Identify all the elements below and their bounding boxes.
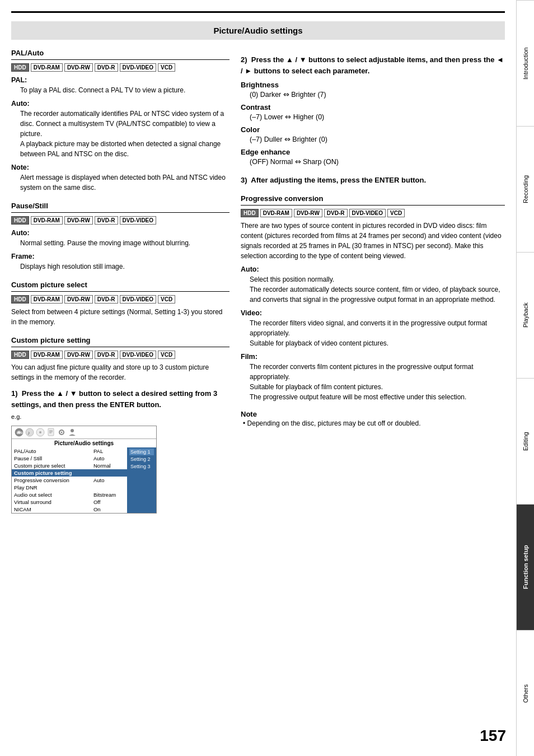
tab-others[interactable]: Others (517, 630, 534, 756)
setting3: Setting 3 (129, 463, 154, 470)
badge-dvd-ram-2: DVD-RAM (31, 216, 63, 225)
edge-label: Edge enhance (241, 148, 505, 156)
contrast-label: Contrast (241, 103, 505, 111)
badge-hdd-prog: HDD (241, 209, 259, 217)
page-number: 157 (480, 727, 506, 745)
tab-function-setup[interactable]: Function setup (517, 504, 534, 630)
prog-film-label: Film: (241, 353, 505, 361)
svg-point-14 (71, 429, 74, 432)
tab-bar: Introduction Recording Playback Editing … (516, 0, 534, 756)
param-color: Color (–7) Duller ⇔ Brighter (0) (241, 125, 505, 143)
badge-dvd-r-2: DVD-R (95, 216, 118, 225)
dvd-icon: DVD (15, 428, 24, 437)
step1-heading: 1) Press the ▲ / ▼ button to select a de… (11, 388, 229, 410)
prog-auto-text: Select this position normally.The record… (241, 274, 505, 305)
section-progressive-conversion: Progressive conversion HDD DVD-RAM DVD-R… (241, 194, 505, 428)
param-edge: Edge enhance (OFF) Normal ⇔ Sharp (ON) (241, 148, 505, 166)
setting1: Setting 1 (129, 449, 154, 455)
frame-text: Displays high resolution still image. (11, 262, 229, 272)
ss-cell-label: Audio out select (12, 491, 91, 498)
prog-video-text: The recorder filters video signal, and c… (241, 318, 505, 348)
ss-cell-label: Progressive conversion (12, 477, 91, 484)
badge-dvd-r-4: DVD-R (95, 351, 118, 359)
badge-hdd-2: HDD (11, 216, 29, 225)
edge-value: (OFF) Normal ⇔ Sharp (ON) (241, 157, 505, 166)
step2-heading: 2) Press the ▲ / ▼ buttons to select adj… (241, 54, 505, 76)
screenshot-box: DVD ♪ (11, 426, 157, 514)
tab-introduction[interactable]: Introduction (517, 0, 534, 126)
section-heading-cpsetting: Custom picture setting (11, 336, 229, 344)
badge-dvd-r-3: DVD-R (95, 295, 118, 304)
badge-hdd-3: HDD (11, 295, 29, 304)
ss-cell-label: Virtual surround (12, 498, 91, 506)
section-custom-picture-select: Custom picture select HDD DVD-RAM DVD-RW… (11, 281, 229, 327)
frame-label: Frame: (11, 253, 229, 260)
badge-dvd-rw-4: DVD-RW (64, 351, 93, 359)
ss-row-3: Custom picture select Normal (12, 462, 127, 469)
badges-prog: HDD DVD-RAM DVD-RW DVD-R DVD-VIDEO VCD (241, 209, 505, 217)
tab-recording[interactable]: Recording (517, 126, 534, 252)
contrast-value: (–7) Lower ⇔ Higher (0) (241, 113, 505, 121)
badge-dvd-rw-3: DVD-RW (64, 295, 93, 304)
ss-right-panel: Setting 1 Setting 2 Setting 3 (127, 447, 156, 513)
tab-editing[interactable]: Editing (517, 378, 534, 504)
badge-dvd-rw: DVD-RW (64, 63, 93, 72)
section-custom-picture-setting: Custom picture setting HDD DVD-RAM DVD-R… (11, 336, 229, 514)
prog-film-text: The recorder converts film content pictu… (241, 362, 505, 402)
step3-container: 3) After adjusting the items, press the … (241, 176, 505, 184)
tab-playback[interactable]: Playback (517, 252, 534, 378)
page-title: Picture/Audio settings (11, 21, 505, 40)
ss-row-6: Play DNR (12, 484, 127, 491)
note-text: Alert message is displayed when detected… (11, 172, 229, 193)
badge-dvd-ram: DVD-RAM (31, 63, 63, 72)
ss-row-2: Pause / Still Auto (12, 455, 127, 462)
badge-dvd-rw-2: DVD-RW (64, 216, 93, 225)
pal-text: To play a PAL disc. Connect a PAL TV to … (11, 85, 229, 95)
badge-dvd-video: DVD-VIDEO (120, 63, 157, 72)
brightness-label: Brightness (241, 81, 505, 89)
badge-dvd-r-prog: DVD-R (324, 209, 348, 217)
svg-point-7 (39, 431, 41, 433)
badge-dvd-ram-prog: DVD-RAM (260, 209, 292, 217)
badge-vcd-prog: VCD (387, 209, 405, 217)
svg-rect-8 (48, 428, 54, 436)
svg-text:♪: ♪ (27, 430, 30, 436)
music-icon: ♪ (25, 428, 34, 437)
section-heading-pause-still: Pause/Still (11, 202, 229, 210)
section-pause-still: Pause/Still HDD DVD-RAM DVD-RW DVD-R DVD… (11, 202, 229, 272)
badge-dvd-r: DVD-R (95, 63, 118, 72)
ss-cell-val: Normal (91, 462, 127, 469)
badge-vcd-4: VCD (158, 351, 175, 359)
ss-cell-val: On (91, 506, 127, 513)
gear-icon (57, 428, 66, 437)
badge-dvd-ram-4: DVD-RAM (31, 351, 63, 359)
pal-label: PAL: (11, 76, 229, 84)
svg-text:DVD: DVD (17, 431, 23, 435)
section-heading-pal-auto: PAL/Auto (11, 49, 229, 57)
badges-cpsetting: HDD DVD-RAM DVD-RW DVD-R DVD-VIDEO VCD (11, 351, 229, 359)
note-heading: Note (241, 410, 505, 418)
cps-text: Select from between 4 picture settings (… (11, 307, 229, 327)
ss-row-7: Audio out select Bitstream (12, 491, 127, 498)
step2-container: 2) Press the ▲ / ▼ buttons to select adj… (241, 54, 505, 166)
badge-dvd-ram-3: DVD-RAM (31, 295, 63, 304)
ss-cell-val: Auto (91, 455, 127, 462)
ss-row-1: PAL/Auto PAL (12, 447, 127, 455)
disc2-icon (36, 428, 45, 437)
ps-auto-text: Normal setting. Pause the moving image w… (11, 238, 229, 248)
cpsetting-text: You can adjust fine picture quality and … (11, 362, 229, 382)
auto-text: The recorder automatically identifies PA… (11, 109, 229, 159)
ss-cell-label: PAL/Auto (12, 447, 91, 455)
note-text-prog: • Depending on the disc, pictures may be… (241, 418, 505, 428)
param-contrast: Contrast (–7) Lower ⇔ Higher (0) (241, 103, 505, 121)
ss-table: PAL/Auto PAL Pause / Still Auto Custom p… (12, 447, 127, 513)
divider-cps (11, 291, 229, 292)
screenshot-icons: DVD ♪ (12, 426, 156, 439)
eg-label: e.g. (11, 413, 229, 420)
ps-auto-label: Auto: (11, 229, 229, 237)
ss-cell-label: Play DNR (12, 484, 91, 491)
ss-cell-val (91, 484, 127, 491)
badge-dvd-video-3: DVD-VIDEO (120, 295, 157, 304)
doc-icon (46, 428, 55, 437)
ss-title: Picture/Audio settings (12, 439, 156, 447)
